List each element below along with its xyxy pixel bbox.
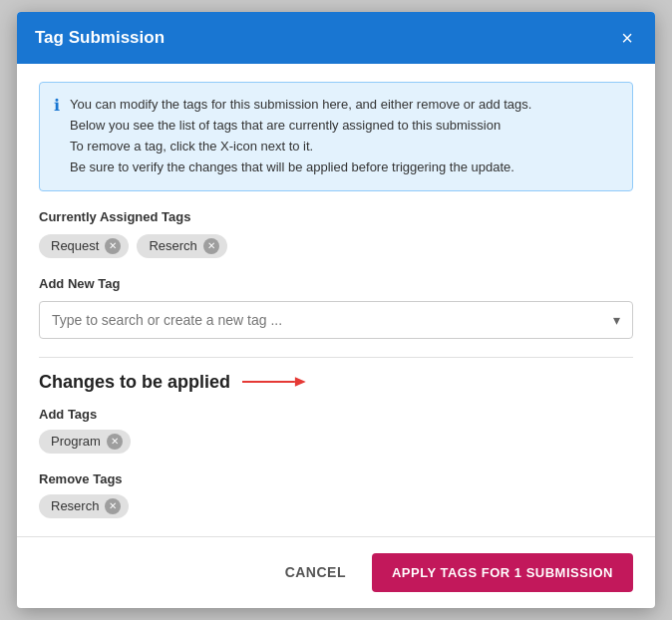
list-item: Request ✕ xyxy=(39,234,129,258)
add-tags-list: Program ✕ xyxy=(39,430,633,454)
info-line-3: To remove a tag, click the X-icon next t… xyxy=(70,137,531,157)
info-line-1: You can modify the tags for this submiss… xyxy=(70,95,531,116)
changes-section: Changes to be applied Add Tags Program xyxy=(39,372,633,518)
tag-name: Reserch xyxy=(149,238,196,253)
remove-tag-request-button[interactable]: ✕ xyxy=(105,238,121,254)
list-item: Reserch ✕ xyxy=(137,234,226,258)
changes-title-row: Changes to be applied xyxy=(39,372,633,393)
dropdown-arrow-icon: ▾ xyxy=(601,312,632,328)
currently-assigned-label: Currently Assigned Tags xyxy=(39,209,633,224)
cancel-button[interactable]: CANCEL xyxy=(271,554,360,590)
add-new-tag-label: Add New Tag xyxy=(39,276,633,291)
remove-tags-label: Remove Tags xyxy=(39,471,633,486)
remove-tags-group: Remove Tags Reserch ✕ xyxy=(39,471,633,518)
svg-marker-1 xyxy=(295,377,306,386)
add-tags-label: Add Tags xyxy=(39,407,633,422)
modal-footer: CANCEL APPLY TAGS FOR 1 SUBMISSION xyxy=(17,536,655,608)
remove-tag-reserch-button[interactable]: ✕ xyxy=(203,238,219,254)
info-text: You can modify the tags for this submiss… xyxy=(70,95,531,177)
info-icon: ℹ xyxy=(54,96,60,177)
add-tags-group: Add Tags Program ✕ xyxy=(39,407,633,454)
tag-name: Program xyxy=(51,434,101,449)
info-line-4: Be sure to verify the changes that will … xyxy=(70,157,531,178)
modal-title: Tag Submission xyxy=(35,28,165,48)
tag-search-input[interactable] xyxy=(40,302,601,338)
list-item: Program ✕ xyxy=(39,430,131,454)
red-arrow-icon xyxy=(242,372,312,392)
info-line-2: Below you see the list of tags that are … xyxy=(70,116,531,137)
add-new-tag-section: Add New Tag ▾ xyxy=(39,276,633,339)
info-box: ℹ You can modify the tags for this submi… xyxy=(39,82,633,190)
changes-title: Changes to be applied xyxy=(39,372,230,393)
tag-name: Reserch xyxy=(51,498,99,513)
modal-body: ℹ You can modify the tags for this submi… xyxy=(17,64,655,517)
remove-tags-list: Reserch ✕ xyxy=(39,494,633,518)
modal-header: Tag Submission × xyxy=(17,12,655,64)
list-item: Reserch ✕ xyxy=(39,494,129,518)
apply-button[interactable]: APPLY TAGS FOR 1 SUBMISSION xyxy=(372,553,633,592)
arrow-indicator xyxy=(242,372,312,392)
tag-name: Request xyxy=(51,238,99,253)
remove-remove-tag-reserch-button[interactable]: ✕ xyxy=(105,498,121,514)
close-button[interactable]: × xyxy=(617,26,637,50)
currently-assigned-tags: Request ✕ Reserch ✕ xyxy=(39,234,633,258)
tag-search-wrapper: ▾ xyxy=(39,301,633,339)
currently-assigned-section: Currently Assigned Tags Request ✕ Reserc… xyxy=(39,209,633,258)
remove-add-tag-program-button[interactable]: ✕ xyxy=(107,434,123,450)
section-divider xyxy=(39,357,633,358)
modal-overlay: Tag Submission × ℹ You can modify the ta… xyxy=(0,0,672,620)
tag-submission-modal: Tag Submission × ℹ You can modify the ta… xyxy=(17,12,655,607)
